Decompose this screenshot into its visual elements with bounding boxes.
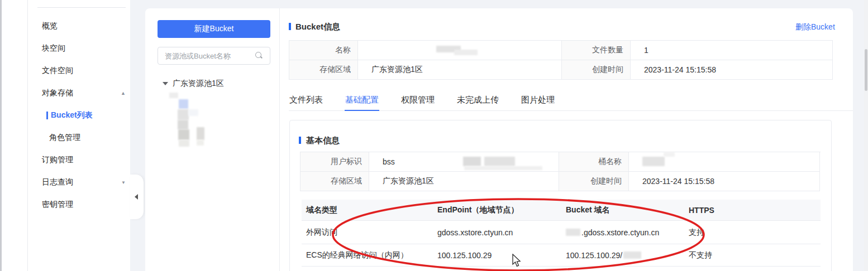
- endpoint: 100.125.100.29: [437, 251, 566, 260]
- sidebar-item-bucket-list[interactable]: Bucket列表: [28, 104, 130, 127]
- col-header: EndPoint（地域节点）: [437, 205, 566, 215]
- resource-pool-label: 广东资源池1区: [173, 79, 224, 89]
- redacted-text: [566, 229, 580, 236]
- redacted-text: [197, 140, 204, 146]
- bucket-search-box: [158, 47, 270, 65]
- redacted-text: [197, 127, 204, 140]
- sidebar-item-order-management[interactable]: 订购管理: [28, 149, 130, 171]
- domain-table: 域名类型 EndPoint（地域节点） Bucket 域名 HTTPS 外网访问…: [302, 200, 821, 267]
- col-header: HTTPS: [689, 206, 821, 215]
- bucket-search-input[interactable]: [158, 52, 255, 60]
- create-time-value: 2023-11-24 15:15:58: [629, 172, 820, 191]
- tab-image-processing[interactable]: 图片处理: [521, 94, 555, 111]
- table-row: ECS的经典网络访问（内网） 100.125.100.29 100.125.10…: [302, 244, 821, 267]
- resource-pool-tree-node[interactable]: 广东资源池1区: [163, 79, 224, 89]
- file-count-value: 1: [631, 41, 833, 60]
- bucket-name-value: [629, 152, 820, 172]
- bucket-name-value: [358, 41, 562, 60]
- sidebar-item-label: 对象存储: [42, 88, 73, 98]
- object-storage-console: 概览 块空间 文件空间 对象存储 ▲ Bucket列表 角色管理 订购管理 日志…: [0, 0, 868, 271]
- tab-file-list[interactable]: 文件列表: [289, 94, 323, 111]
- tab-basic-config[interactable]: 基础配置: [345, 94, 379, 111]
- storage-region-value: 广东资源池1区: [358, 60, 562, 80]
- info-label: 创建时间: [559, 172, 629, 191]
- redacted-text: [664, 152, 675, 157]
- sidebar-item-object-storage[interactable]: 对象存储 ▲: [28, 82, 130, 104]
- sidebar-item-log-query[interactable]: 日志查询 ▼: [28, 171, 130, 193]
- user-id-value: bss: [369, 152, 559, 172]
- sidebar-item-overview[interactable]: 概览: [28, 15, 130, 37]
- left-scrollbar-strip[interactable]: [0, 0, 2, 271]
- col-header: 域名类型: [302, 205, 437, 215]
- sidebar-item-label: 订购管理: [42, 155, 73, 165]
- tree-expand-icon[interactable]: [163, 82, 168, 85]
- sidebar-item-block-space[interactable]: 块空间: [28, 37, 130, 60]
- redacted-selected-bucket[interactable]: [179, 99, 188, 109]
- redacted-text: [178, 109, 189, 120]
- tab-incomplete-upload[interactable]: 未完成上传: [456, 94, 499, 111]
- domain-type: 外网访问: [302, 228, 437, 238]
- table-row: 外网访问 gdoss.xstore.ctyun.cn .gdoss.xstore…: [302, 221, 821, 244]
- search-icon[interactable]: [255, 52, 263, 60]
- domain-table-header: 域名类型 EndPoint（地域节点） Bucket 域名 HTTPS: [302, 200, 821, 221]
- redacted-text: [454, 50, 478, 55]
- sidebar-item-label: 概览: [42, 21, 58, 31]
- info-label: 存储区域: [289, 60, 358, 80]
- info-label: 存储区域: [301, 172, 369, 191]
- sidebar-item-label: Bucket列表: [51, 110, 93, 120]
- redacted-text: [188, 109, 198, 116]
- redacted-text: [463, 157, 481, 166]
- panel-divider: [279, 8, 280, 271]
- section-marker: [289, 23, 291, 30]
- mouse-cursor: [512, 254, 523, 268]
- collapse-left-icon: [135, 194, 138, 200]
- col-header: Bucket 域名: [566, 205, 689, 215]
- sidebar: 概览 块空间 文件空间 对象存储 ▲ Bucket列表 角色管理 订购管理 日志…: [28, 0, 130, 271]
- redacted-text: [464, 166, 542, 170]
- new-bucket-button[interactable]: 新建Bucket: [158, 20, 270, 38]
- window-scrollbar-track[interactable]: [864, 0, 868, 271]
- redacted-text: [178, 129, 189, 140]
- https-support: 不支持: [689, 250, 821, 260]
- redacted-text: [178, 120, 188, 129]
- sidebar-collapse-handle[interactable]: [130, 175, 144, 219]
- sidebar-item-key-management[interactable]: 密钥管理: [28, 193, 130, 216]
- info-label: 文件数量: [562, 41, 631, 60]
- bucket-info-table: 名称 文件数量 1 存储区域 广东资源池1区 创建时间 2023-11-24 1…: [289, 40, 833, 80]
- create-time-value: 2023-11-24 15:15:58: [631, 60, 833, 80]
- info-label: 创建时间: [562, 60, 631, 80]
- sidebar-divider: [37, 7, 126, 8]
- redacted-text: [642, 157, 665, 166]
- info-label: 用户标识: [301, 152, 369, 172]
- redacted-text: [179, 140, 189, 147]
- bucket-domain: .gdoss.xstore.ctyun.cn: [566, 228, 689, 237]
- bucket-domain: 100.125.100.29/: [566, 251, 689, 260]
- bucket-tabs: 文件列表 基础配置 权限管理 未完成上传 图片处理: [289, 94, 853, 111]
- sidebar-item-label: 文件空间: [42, 66, 73, 76]
- redacted-text: [623, 251, 641, 259]
- storage-region-value: 广东资源池1区: [369, 172, 559, 191]
- sidebar-item-label: 日志查询: [42, 177, 73, 187]
- domain-type: ECS的经典网络访问（内网）: [302, 250, 437, 260]
- redacted-text: [169, 93, 178, 98]
- chevron-down-icon: ▼: [121, 180, 126, 185]
- info-label: 桶名称: [559, 152, 629, 172]
- active-indicator-bar: [46, 112, 48, 119]
- tab-permission[interactable]: 权限管理: [400, 94, 435, 111]
- chevron-up-icon: ▲: [121, 90, 126, 96]
- sidebar-item-label: 角色管理: [49, 133, 80, 143]
- endpoint: gdoss.xstore.ctyun.cn: [437, 228, 566, 237]
- sidebar-item-label: 密钥管理: [42, 200, 73, 210]
- delete-bucket-link[interactable]: 删除Bucket: [795, 22, 846, 32]
- redacted-text: [484, 157, 515, 166]
- collapsed-nav-rail: [0, 0, 28, 271]
- sidebar-item-file-space[interactable]: 文件空间: [28, 60, 130, 82]
- sidebar-item-label: 块空间: [42, 43, 65, 54]
- basic-info-table: 用户标识 bss 桶名称 存储区域 广东资源池1区 创建时间 2023-11-2…: [300, 152, 821, 191]
- basic-info-title: 基本信息: [306, 136, 340, 146]
- page-title: Bucket信息: [295, 22, 340, 32]
- section-marker: [299, 137, 301, 144]
- sidebar-item-role-management[interactable]: 角色管理: [28, 127, 130, 149]
- window-scrollbar-thumb[interactable]: [865, 49, 867, 91]
- info-label: 名称: [289, 41, 358, 60]
